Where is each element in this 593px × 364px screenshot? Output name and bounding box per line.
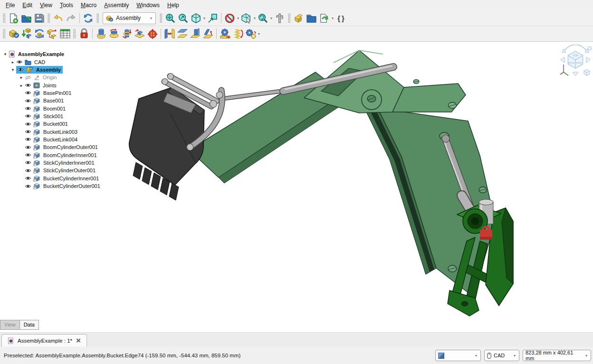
menu-assembly[interactable]: Assembly [100,1,133,9]
chevron-down-icon[interactable]: ▾ [236,16,240,20]
menu-file[interactable]: File [2,1,19,9]
create-ball-joint-button[interactable] [146,28,158,40]
chevron-down-icon[interactable]: ▾ [253,16,257,20]
eye-icon[interactable] [17,67,24,72]
create-gears-joint-button[interactable] [245,28,257,40]
open-document-button[interactable] [20,12,32,24]
eye-icon[interactable] [25,145,31,150]
bill-of-materials-button[interactable] [59,28,71,40]
eye-icon[interactable] [25,83,31,88]
expander-closed-icon[interactable]: ▸ [18,75,25,80]
chevron-down-icon[interactable]: ▾ [257,32,261,36]
toolbar-drag-handle[interactable] [48,13,50,23]
eye-icon[interactable] [25,168,31,173]
create-fixed-joint-button[interactable] [95,28,107,40]
eye-icon[interactable] [25,160,31,165]
navcube-face-top[interactable]: TOP [573,54,578,57]
navcube-right-arrow[interactable] [586,57,590,63]
create-part-button[interactable] [293,12,305,24]
fit-selection-button[interactable] [177,12,189,24]
expander-open-icon[interactable]: ▾ [10,67,16,72]
eye-icon[interactable] [25,113,31,119]
chevron-down-icon[interactable]: ▾ [269,16,273,20]
navcube-left-arrow[interactable] [561,57,564,63]
tree-row-part[interactable]: Base001 [0,97,124,104]
menu-tools[interactable]: Tools [56,1,77,9]
solve-assembly-button[interactable] [33,28,45,40]
eye-icon[interactable] [25,90,31,95]
create-revolute-joint-button[interactable] [108,28,120,40]
fit-all-button[interactable] [164,12,176,24]
make-link-button[interactable] [318,12,330,24]
tab-data[interactable]: Data [19,320,39,330]
chevron-down-icon[interactable]: ▾ [331,16,335,20]
expander-closed-icon[interactable]: ▸ [10,60,16,65]
color-scheme-dropdown[interactable]: ▾ [435,350,481,361]
workbench-selector[interactable]: Assembly ▾ [103,12,156,24]
eye-icon[interactable] [25,106,31,111]
eye-icon[interactable] [25,184,31,189]
tree-row-part[interactable]: BucketCylinderInner001 [0,175,124,182]
menu-edit[interactable]: Edit [19,1,36,9]
undo-button[interactable] [52,12,64,24]
3d-viewport[interactable]: TOP FRONT RIGHT ▾ AssemblyExample ▸ CAD [0,42,593,320]
menu-windows[interactable]: Windows [133,1,163,9]
tab-view[interactable]: View [0,320,20,330]
create-cylindrical-joint-button[interactable] [121,28,133,40]
create-group-button[interactable] [306,12,317,24]
tree-row-part[interactable]: BasePin001 [0,89,124,97]
eye-icon[interactable] [25,129,31,134]
toggle-grounded-button[interactable] [78,28,90,40]
document-tab[interactable]: AssemblyExample : 1* × [1,334,87,346]
create-perpendicular-joint-button[interactable] [189,28,201,40]
eye-icon[interactable] [25,137,31,142]
eye-icon[interactable] [25,98,31,103]
new-document-button[interactable] [8,12,19,24]
tree-row-assembly[interactable]: ▾ Assembly [0,66,124,74]
draw-style-button[interactable] [240,12,252,24]
tree-row-part[interactable]: Bucket001 [0,120,124,128]
close-icon[interactable]: × [76,337,81,344]
create-distance-joint-button[interactable] [163,28,175,40]
expander-open-icon[interactable]: ▾ [2,52,9,56]
save-document-button[interactable] [33,12,45,24]
tree-row-cad[interactable]: ▸ CAD [0,58,124,65]
create-planar-joint-button[interactable] [134,28,145,40]
menu-help[interactable]: Help [163,1,183,9]
toolbar-drag-handle[interactable] [96,13,99,23]
tree-row-part[interactable]: BucketCylinderOuter001 [0,182,124,190]
tree-row-origin[interactable]: ▸ Origin [0,74,124,81]
toolbar-drag-handle[interactable] [288,13,290,23]
eye-icon[interactable] [16,59,23,65]
menu-view[interactable]: View [36,1,56,9]
chevron-down-icon[interactable]: ▾ [202,16,206,20]
zoom-to-selection-button[interactable] [207,12,219,24]
navcube-face-right[interactable]: RIGHT [576,62,582,64]
create-parallel-joint-button[interactable] [176,28,188,40]
toolbar-drag-handle[interactable] [73,29,76,38]
redo-button[interactable] [65,12,77,24]
tree-row-part[interactable]: Boom001 [0,104,124,112]
navigation-style-dropdown[interactable]: CAD ▾ [484,350,519,361]
measure-button[interactable] [274,12,286,24]
tree-row-part[interactable]: Stick001 [0,112,124,120]
navigation-cube[interactable]: TOP FRONT RIGHT [560,45,592,79]
insert-component-button[interactable] [20,28,32,40]
eye-icon[interactable] [25,152,31,158]
toolbar-drag-handle[interactable] [3,13,5,23]
tree-row-part[interactable]: BoomCylinderInner001 [0,151,124,159]
navcube-face-front[interactable]: FRONT [568,62,575,64]
axonometric-view-button[interactable] [190,12,202,24]
menu-macro[interactable]: Macro [77,1,100,9]
tree-row-document[interactable]: ▾ AssemblyExample [0,50,124,58]
clipping-plane-button[interactable] [224,12,236,24]
create-screw-joint-button[interactable] [232,28,244,40]
navcube-down-arrow[interactable] [573,72,578,76]
tree-row-part[interactable]: BucketLink004 [0,136,124,143]
create-angle-joint-button[interactable] [202,28,214,40]
rotate-view-button[interactable] [257,12,269,24]
view-size-dropdown[interactable]: 823,28 mm x 402,61 mm ▾ [523,350,591,361]
tree-row-joints[interactable]: ▸ Joints [0,81,124,89]
eye-icon[interactable] [25,176,31,181]
tree-row-part[interactable]: BucketLink003 [0,128,124,135]
